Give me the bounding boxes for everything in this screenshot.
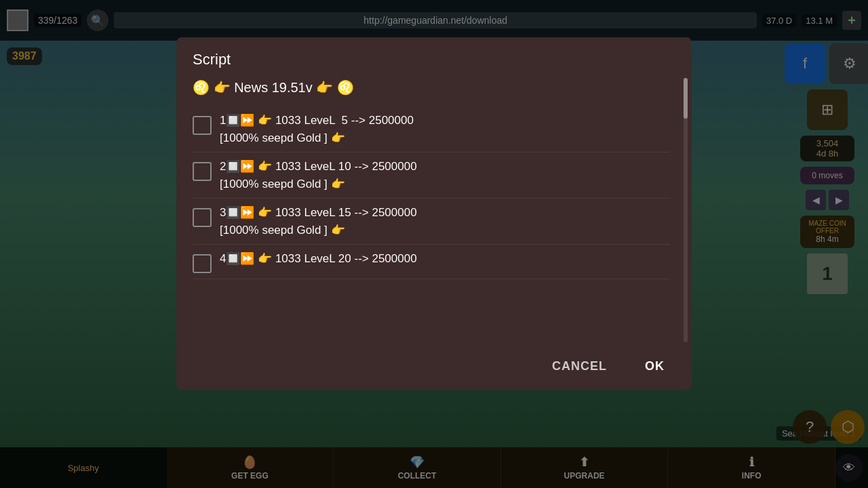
- list-item: 1🔲⏩ 👉 1033 LeveL 5 --> 2500000 [1000% se…: [193, 106, 670, 152]
- ok-button[interactable]: OK: [634, 354, 675, 379]
- item-text-2: 2🔲⏩ 👉 1033 LeveL 10 --> 2500000 [1000% s…: [220, 158, 417, 192]
- item-text-4: 4🔲⏩ 👉 1033 LeveL 20 --> 2500000: [220, 250, 417, 268]
- scrollbar-thumb[interactable]: [684, 78, 688, 119]
- leo-icon-left: ♌: [193, 80, 210, 95]
- cancel-button[interactable]: CANCEL: [541, 354, 618, 379]
- dialog-title: Script: [193, 51, 675, 68]
- scrollbar-track[interactable]: [684, 78, 688, 342]
- modal-overlay: Script ♌ 👉 News 19.51v 👉 ♌ 1🔲⏩ 👉 1033 Le…: [0, 0, 868, 488]
- point-icon-2: 👉: [316, 80, 337, 95]
- checkbox-3[interactable]: [193, 208, 212, 227]
- checkbox-2[interactable]: [193, 162, 212, 181]
- script-list: 1🔲⏩ 👉 1033 LeveL 5 --> 2500000 [1000% se…: [193, 106, 675, 338]
- item-text-3: 3🔲⏩ 👉 1033 LeveL 15 --> 2500000 [1000% s…: [220, 204, 417, 239]
- dialog-header: ♌ 👉 News 19.51v 👉 ♌: [193, 79, 675, 96]
- item-text-1: 1🔲⏩ 👉 1033 LeveL 5 --> 2500000 [1000% se…: [220, 112, 414, 146]
- point-icon-1: 👉: [214, 80, 235, 95]
- news-label: News 19.51v: [234, 80, 313, 95]
- script-dialog: Script ♌ 👉 News 19.51v 👉 ♌ 1🔲⏩ 👉 1033 Le…: [176, 37, 692, 390]
- list-item: 3🔲⏩ 👉 1033 LeveL 15 --> 2500000 [1000% s…: [193, 199, 670, 245]
- leo-icon-right: ♌: [337, 80, 354, 95]
- checkbox-1[interactable]: [193, 116, 212, 135]
- checkbox-4[interactable]: [193, 254, 212, 273]
- list-item: 2🔲⏩ 👉 1033 LeveL 10 --> 2500000 [1000% s…: [193, 152, 670, 199]
- list-item: 4🔲⏩ 👉 1033 LeveL 20 --> 2500000: [193, 245, 670, 279]
- dialog-buttons: CANCEL OK: [193, 348, 675, 379]
